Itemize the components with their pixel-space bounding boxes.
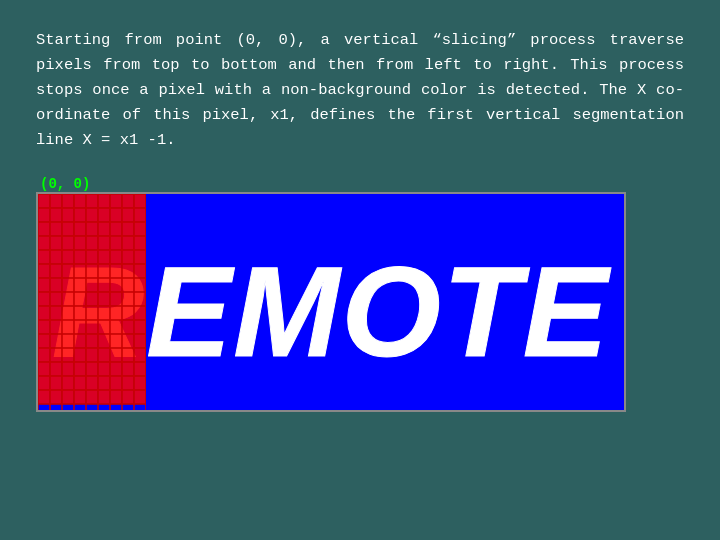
svg-rect-61: [98, 278, 110, 292]
svg-rect-124: [98, 376, 110, 390]
coord-label: (0, 0): [40, 176, 90, 192]
svg-rect-24: [86, 222, 98, 236]
svg-rect-66: [50, 292, 62, 306]
svg-rect-68: [74, 292, 86, 306]
svg-rect-122: [74, 376, 86, 390]
svg-rect-79: [98, 306, 110, 320]
svg-rect-100: [134, 334, 146, 348]
svg-rect-43: [98, 250, 110, 264]
main-container: Starting from point (0, 0), a vertical “…: [0, 0, 720, 540]
svg-rect-80: [110, 306, 122, 320]
svg-rect-90: [122, 320, 134, 334]
svg-rect-87: [86, 320, 98, 334]
svg-rect-67: [62, 292, 74, 306]
svg-rect-54: [122, 264, 134, 278]
svg-rect-4: [62, 194, 74, 208]
svg-rect-95: [74, 334, 86, 348]
svg-rect-64: [134, 278, 146, 292]
svg-rect-129: [50, 390, 62, 404]
svg-rect-135: [122, 390, 134, 404]
svg-rect-10: [134, 194, 146, 208]
svg-rect-53: [110, 264, 122, 278]
svg-rect-123: [86, 376, 98, 390]
svg-rect-109: [134, 348, 146, 362]
svg-rect-71: [110, 292, 122, 306]
svg-rect-134: [110, 390, 122, 404]
svg-rect-32: [74, 236, 86, 250]
svg-rect-104: [74, 348, 86, 362]
svg-rect-6: [86, 194, 98, 208]
svg-rect-3: [50, 194, 62, 208]
svg-rect-19: [134, 208, 146, 222]
svg-rect-20: [38, 222, 50, 236]
svg-rect-92: [38, 334, 50, 348]
svg-rect-75: [50, 306, 62, 320]
svg-rect-77: [74, 306, 86, 320]
svg-rect-120: [50, 376, 62, 390]
svg-rect-74: [38, 306, 50, 320]
svg-rect-41: [74, 250, 86, 264]
svg-rect-81: [122, 306, 134, 320]
svg-rect-48: [50, 264, 62, 278]
svg-rect-106: [98, 348, 110, 362]
svg-rect-103: [62, 348, 74, 362]
svg-rect-97: [98, 334, 110, 348]
svg-rect-7: [98, 194, 110, 208]
svg-rect-69: [86, 292, 98, 306]
svg-rect-25: [98, 222, 110, 236]
svg-rect-9: [122, 194, 134, 208]
svg-rect-27: [122, 222, 134, 236]
svg-rect-15: [86, 208, 98, 222]
svg-rect-101: [38, 348, 50, 362]
svg-rect-72: [122, 292, 134, 306]
svg-rect-83: [38, 320, 50, 334]
svg-rect-14: [74, 208, 86, 222]
svg-rect-113: [74, 362, 86, 376]
svg-rect-82: [134, 306, 146, 320]
svg-rect-23: [74, 222, 86, 236]
svg-rect-17: [110, 208, 122, 222]
demo-image: REMOTE: [36, 192, 626, 412]
svg-rect-56: [38, 278, 50, 292]
svg-rect-34: [98, 236, 110, 250]
svg-rect-52: [98, 264, 110, 278]
svg-rect-105: [86, 348, 98, 362]
svg-rect-51: [86, 264, 98, 278]
svg-rect-37: [134, 236, 146, 250]
svg-rect-28: [134, 222, 146, 236]
svg-rect-8: [110, 194, 122, 208]
svg-rect-127: [134, 376, 146, 390]
svg-rect-86: [74, 320, 86, 334]
svg-rect-89: [110, 320, 122, 334]
svg-rect-99: [122, 334, 134, 348]
svg-rect-70: [98, 292, 110, 306]
svg-rect-33: [86, 236, 98, 250]
svg-rect-2: [38, 194, 50, 208]
svg-rect-16: [98, 208, 110, 222]
svg-rect-57: [50, 278, 62, 292]
svg-rect-12: [50, 208, 62, 222]
svg-rect-13: [62, 208, 74, 222]
svg-rect-110: [38, 362, 50, 376]
svg-rect-108: [122, 348, 134, 362]
svg-rect-132: [86, 390, 98, 404]
svg-rect-102: [50, 348, 62, 362]
svg-rect-21: [50, 222, 62, 236]
svg-rect-130: [62, 390, 74, 404]
svg-rect-42: [86, 250, 98, 264]
svg-rect-58: [62, 278, 74, 292]
svg-rect-62: [110, 278, 122, 292]
svg-rect-128: [38, 390, 50, 404]
svg-rect-96: [86, 334, 98, 348]
svg-rect-46: [134, 250, 146, 264]
svg-rect-39: [50, 250, 62, 264]
svg-rect-131: [74, 390, 86, 404]
svg-rect-35: [110, 236, 122, 250]
svg-rect-59: [74, 278, 86, 292]
description-text: Starting from point (0, 0), a vertical “…: [36, 28, 684, 154]
svg-rect-11: [38, 208, 50, 222]
svg-rect-36: [122, 236, 134, 250]
svg-rect-114: [86, 362, 98, 376]
svg-rect-60: [86, 278, 98, 292]
svg-rect-125: [110, 376, 122, 390]
